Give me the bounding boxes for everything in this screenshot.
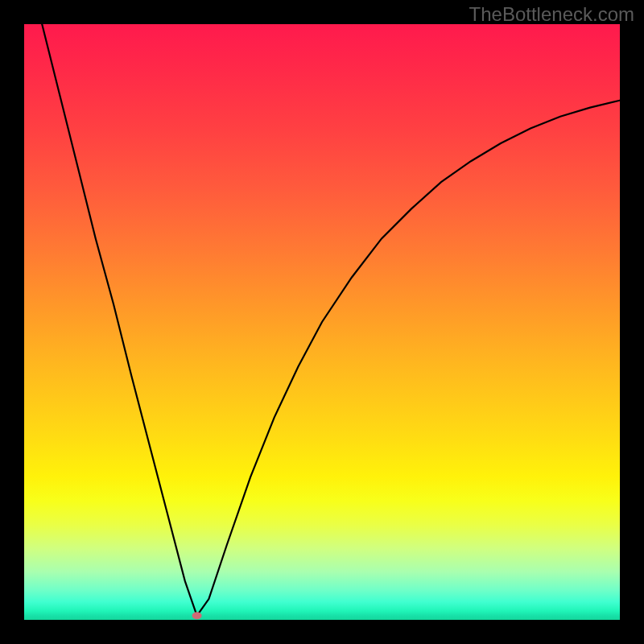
watermark-text: TheBottleneck.com xyxy=(469,3,634,26)
curve-svg xyxy=(24,24,620,620)
plot-area xyxy=(24,24,620,620)
minimum-marker xyxy=(192,612,202,619)
bottleneck-curve xyxy=(42,24,620,616)
chart-container: TheBottleneck.com xyxy=(0,0,644,644)
